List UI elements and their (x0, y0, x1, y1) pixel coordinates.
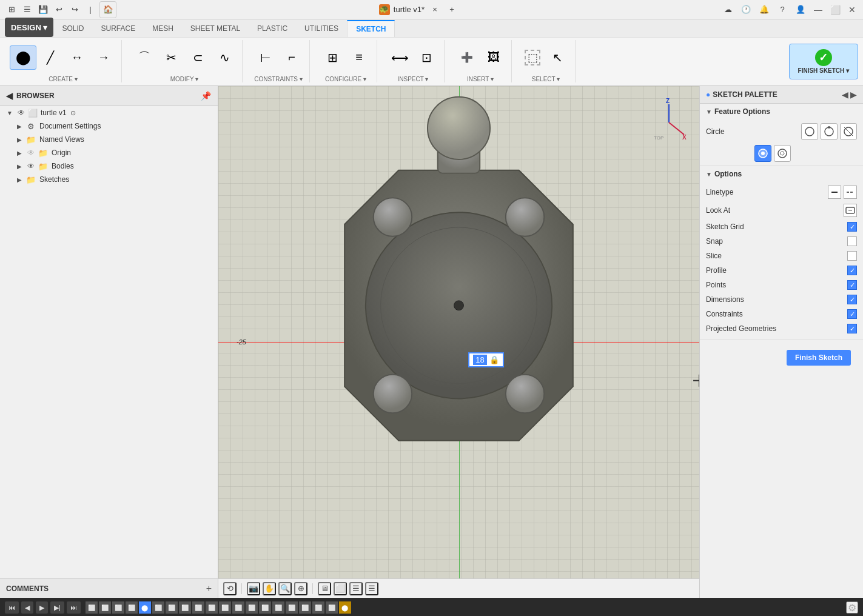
browser-item-origin[interactable]: ▶ 👁 📁 Origin (0, 146, 218, 159)
transport-start-btn[interactable]: ⏮ (5, 601, 19, 614)
select-box-btn[interactable]: ⬚ (522, 48, 543, 67)
create-offset-btn[interactable]: → (91, 46, 116, 69)
close-button[interactable]: ✕ (846, 4, 858, 16)
tab-sheet-metal[interactable]: SHEET METAL (182, 20, 249, 37)
linetype-solid-btn[interactable] (828, 186, 841, 199)
browser-item-root[interactable]: ▼ 👁 ⬜ turtle v1 ⊙ (0, 106, 218, 119)
visual-style-icon[interactable]: ☰ (349, 582, 363, 595)
new-tab-button[interactable]: + (445, 3, 458, 16)
minimize-button[interactable]: — (812, 4, 824, 16)
create-dimension-btn[interactable]: ↔ (64, 46, 90, 69)
close-tab-button[interactable]: × (428, 3, 442, 16)
circle-3-point[interactable] (821, 123, 838, 140)
origin-eye-icon[interactable]: 👁 (25, 147, 36, 158)
inspect-1-btn[interactable]: ⟷ (387, 46, 412, 69)
modify-trim-btn[interactable]: ✂ (158, 46, 184, 69)
look-at-button[interactable] (844, 204, 857, 217)
status-icon-15[interactable]: ⬜ (286, 601, 298, 614)
projected-geometries-checkbox[interactable]: ✓ (847, 324, 857, 333)
sidebar-pin-icon[interactable]: 📌 (200, 90, 212, 102)
bodies-eye-icon[interactable]: 👁 (25, 161, 36, 172)
status-icon-1[interactable]: ⬜ (86, 601, 98, 614)
finish-sketch-button[interactable]: ✓ FINISH SKETCH ▾ (789, 44, 858, 79)
recent-icon[interactable]: 🕐 (739, 3, 753, 16)
status-icon-3[interactable]: ⬜ (112, 601, 124, 614)
panel-left-icon[interactable]: ◀ (842, 90, 848, 99)
profile-checkbox[interactable]: ✓ (847, 266, 857, 275)
display-mode-icon[interactable]: 🖥 (318, 582, 331, 595)
inspect-2-btn[interactable]: ⊡ (414, 46, 439, 69)
maximize-button[interactable]: ⬜ (829, 4, 841, 16)
status-icon-13[interactable]: ⬜ (259, 601, 271, 614)
env-icon[interactable]: ☰ (365, 582, 378, 595)
configure-2-btn[interactable]: ≡ (346, 46, 372, 69)
status-icon-18[interactable]: ⬜ (326, 601, 338, 614)
dimension-input[interactable]: 18 🔒 (468, 352, 503, 367)
create-line-btn[interactable]: ╱ (38, 46, 63, 69)
browser-item-named-views[interactable]: ▶ 📁 Named Views (0, 133, 218, 146)
status-icon-11[interactable]: ⬜ (232, 601, 244, 614)
grid-toggle-icon[interactable]: ⬜ (334, 582, 347, 595)
constraints-checkbox[interactable]: ✓ (847, 309, 857, 319)
circle-center-point[interactable] (801, 123, 818, 140)
home-button[interactable]: 🏠 (99, 1, 116, 18)
undo-icon[interactable]: ↩ (52, 3, 65, 16)
status-icon-2[interactable]: ⬜ (99, 601, 111, 614)
configure-1-btn[interactable]: ⊞ (320, 46, 345, 69)
tab-sketch[interactable]: SKETCH (347, 20, 395, 37)
linetype-dashed-btn[interactable] (844, 186, 857, 199)
named-views-expand-icon[interactable]: ▶ (15, 135, 24, 144)
options-header[interactable]: ▼ Options (706, 170, 857, 178)
zoom-fit-icon[interactable]: ⊕ (294, 582, 307, 595)
modify-spline-btn[interactable]: ∿ (212, 46, 237, 69)
design-dropdown[interactable]: DESIGN ▾ (5, 18, 53, 37)
feature-options-header[interactable]: ▼ Feature Options (706, 107, 857, 116)
zoom-icon[interactable]: 🔍 (278, 582, 292, 595)
tab-plastic[interactable]: PLASTIC (249, 20, 296, 37)
insert-1-btn[interactable]: ➕ (454, 46, 480, 69)
cloud-icon[interactable]: ☁ (721, 3, 734, 16)
camera-icon[interactable]: 📷 (247, 582, 260, 595)
sketches-expand-icon[interactable]: ▶ (15, 175, 24, 184)
status-icon-7[interactable]: ⬜ (179, 601, 191, 614)
status-icon-8[interactable]: ⬜ (192, 601, 204, 614)
status-icon-14[interactable]: ⬜ (272, 601, 284, 614)
pan-icon[interactable]: ✋ (263, 582, 276, 595)
slice-checkbox[interactable] (847, 251, 857, 261)
browser-item-bodies[interactable]: ▶ 👁 📁 Bodies (0, 159, 218, 173)
status-icon-17[interactable]: ⬜ (312, 601, 324, 614)
circle-2-tangent[interactable] (840, 123, 857, 140)
status-icon-9[interactable]: ⬜ (206, 601, 218, 614)
transport-play-btn[interactable]: ▶ (36, 601, 48, 614)
snap-checkbox[interactable] (847, 236, 857, 246)
dimensions-checkbox[interactable]: ✓ (847, 295, 857, 304)
transport-prev-btn[interactable]: ◀ (21, 601, 33, 614)
menu-icon[interactable]: ☰ (21, 3, 34, 16)
browser-expand-icon[interactable]: ◀ (6, 91, 13, 101)
doc-settings-expand-icon[interactable]: ▶ (15, 121, 24, 131)
status-icon-4[interactable]: ⬜ (126, 601, 138, 614)
tab-mesh[interactable]: MESH (144, 20, 182, 37)
browser-item-sketches[interactable]: ▶ 📁 Sketches (0, 173, 218, 186)
status-icon-16[interactable]: ⬜ (299, 601, 311, 614)
help-icon[interactable]: ? (776, 3, 789, 16)
tab-solid[interactable]: SOLID (53, 20, 92, 37)
panel-right-icon[interactable]: ▶ (850, 90, 857, 99)
status-icon-5[interactable]: ⬜ (152, 601, 164, 614)
root-eye-icon[interactable]: 👁 (16, 107, 27, 118)
user-icon[interactable]: 👤 (794, 3, 807, 16)
dimension-value[interactable]: 18 (473, 355, 486, 365)
status-icon-orange[interactable]: ⬤ (339, 601, 351, 614)
status-icon-active[interactable]: ⬤ (139, 601, 151, 614)
panel-expand-icons[interactable]: ◀ ▶ (842, 90, 857, 99)
transport-end-btn[interactable]: ⏭ (67, 601, 81, 614)
notifications-icon[interactable]: 🔔 (757, 3, 771, 16)
bodies-expand-icon[interactable]: ▶ (15, 161, 24, 171)
viewport[interactable]: -25 (218, 86, 699, 598)
select-cursor-btn[interactable]: ↖ (545, 46, 570, 69)
constraint-2-btn[interactable]: ⌐ (279, 46, 304, 69)
save-icon[interactable]: 💾 (36, 3, 50, 16)
lock-icon[interactable]: 🔒 (489, 355, 499, 364)
status-icon-12[interactable]: ⬜ (246, 601, 258, 614)
tab-surface[interactable]: SURFACE (92, 20, 144, 37)
